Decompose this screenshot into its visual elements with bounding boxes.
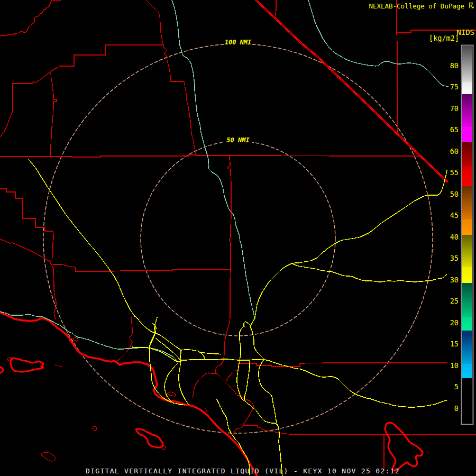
product-label: NIDS — [456, 28, 474, 36]
radar-display: 50 NMI100 NMI807570656055504540353025201… — [0, 0, 476, 476]
units-label: [kg/m2] — [429, 34, 459, 42]
product-caption: DIGITAL VERTICALLY INTEGRATED LIQUID (VI… — [86, 467, 400, 475]
brand-text: NEXLAB-College of DuPage — [369, 2, 464, 10]
text-overlay: NEXLAB-College of DuPage NIDS [kg/m2] DI… — [0, 0, 476, 476]
